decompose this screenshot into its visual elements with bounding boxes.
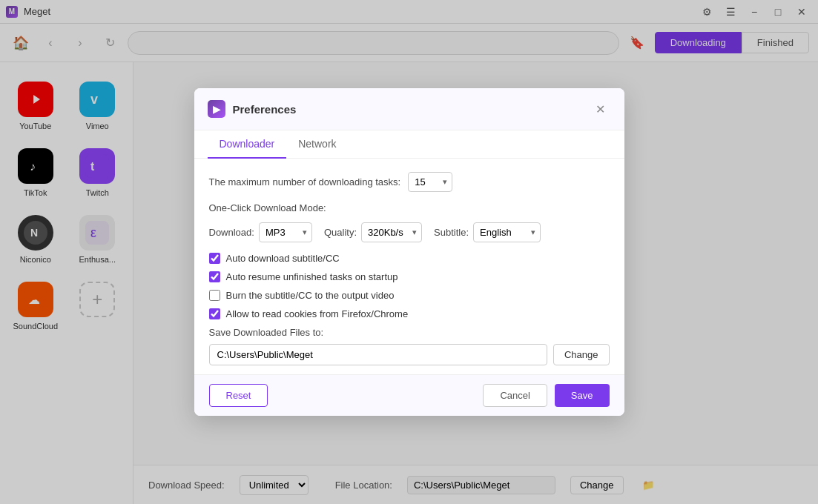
max-tasks-select-wrap: 15 12351020 (408, 172, 452, 192)
dialog-title-wrap: ▶ Preferences (208, 100, 297, 118)
subtitle-label: Subtitle: (434, 227, 469, 238)
quality-select-wrap: 320Kb/s128Kb/s192Kb/s256Kb/s (361, 222, 422, 242)
checkbox-auto-resume: Auto resume unfinished tasks on startup (209, 271, 610, 282)
subtitle-select[interactable]: EnglishChineseJapaneseNone (473, 222, 541, 242)
one-click-row: Download: MP3MP4WebMAAC Quality: 320Kb/s… (209, 222, 610, 242)
cancel-button[interactable]: Cancel (483, 384, 547, 407)
download-format-label: Download: (209, 227, 254, 238)
quality-item: Quality: 320Kb/s128Kb/s192Kb/s256Kb/s (324, 222, 422, 242)
checkbox-burn-subtitle: Burn the subtitle/CC to the output video (209, 290, 610, 301)
one-click-label: One-Click Download Mode: (209, 202, 610, 213)
read-cookies-label: Allow to read cookies from Firefox/Chrom… (226, 308, 409, 319)
checkbox-read-cookies: Allow to read cookies from Firefox/Chrom… (209, 308, 610, 319)
max-tasks-label: The maximum number of downloading tasks: (209, 176, 401, 188)
quality-label: Quality: (324, 227, 357, 238)
save-path-change-button[interactable]: Change (553, 344, 610, 365)
auto-subtitle-label: Auto download subtitle/CC (226, 253, 340, 264)
modal-overlay: ▶ Preferences ✕ Downloader Network The m… (0, 0, 818, 504)
save-path-input[interactable] (209, 344, 547, 365)
dialog-header: ▶ Preferences ✕ (194, 88, 624, 130)
save-button[interactable]: Save (555, 384, 610, 407)
tab-downloader[interactable]: Downloader (208, 130, 287, 159)
download-format-select[interactable]: MP3MP4WebMAAC (259, 222, 312, 242)
reset-button[interactable]: Reset (209, 384, 268, 407)
max-tasks-select[interactable]: 15 12351020 (408, 172, 452, 192)
preferences-dialog: ▶ Preferences ✕ Downloader Network The m… (194, 88, 624, 416)
dialog-title: Preferences (233, 103, 297, 116)
subtitle-item: Subtitle: EnglishChineseJapaneseNone (434, 222, 541, 242)
footer-right-buttons: Cancel Save (483, 384, 609, 407)
dialog-close-button[interactable]: ✕ (590, 99, 611, 119)
tab-network[interactable]: Network (286, 130, 348, 159)
download-format-select-wrap: MP3MP4WebMAAC (259, 222, 312, 242)
checkbox-auto-subtitle: Auto download subtitle/CC (209, 253, 610, 264)
auto-resume-checkbox[interactable] (209, 271, 220, 282)
quality-select[interactable]: 320Kb/s128Kb/s192Kb/s256Kb/s (361, 222, 422, 242)
dialog-app-icon: ▶ (208, 100, 225, 118)
subtitle-select-wrap: EnglishChineseJapaneseNone (473, 222, 541, 242)
save-path-label: Save Downloaded Files to: (209, 327, 610, 338)
burn-subtitle-checkbox[interactable] (209, 290, 220, 301)
burn-subtitle-label: Burn the subtitle/CC to the output video (226, 290, 395, 301)
dialog-footer: Reset Cancel Save (194, 374, 624, 416)
dialog-tabs: Downloader Network (194, 130, 624, 159)
save-path-row: Change (209, 344, 610, 365)
download-format-item: Download: MP3MP4WebMAAC (209, 222, 312, 242)
read-cookies-checkbox[interactable] (209, 308, 220, 319)
auto-resume-label: Auto resume unfinished tasks on startup (226, 271, 398, 282)
dialog-body: The maximum number of downloading tasks:… (194, 159, 624, 374)
auto-subtitle-checkbox[interactable] (209, 253, 220, 264)
max-tasks-row: The maximum number of downloading tasks:… (209, 172, 610, 192)
